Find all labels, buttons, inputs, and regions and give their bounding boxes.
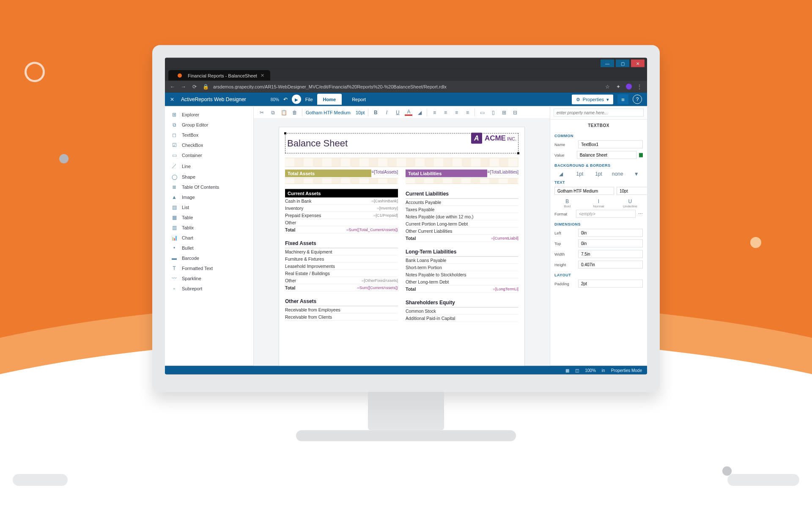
file-menu[interactable]: File xyxy=(305,97,313,102)
toolbox-item[interactable]: ▫Subreport xyxy=(165,284,253,294)
tab-home[interactable]: Home xyxy=(317,94,342,105)
border-option[interactable]: ◢ xyxy=(554,171,568,177)
underline-button[interactable]: U xyxy=(394,109,401,115)
nav-back-icon[interactable]: ← xyxy=(169,84,176,90)
report-row[interactable]: Notes Payable to Stockholders xyxy=(406,271,518,278)
report-row[interactable]: Cash in Bank=[CashInBank] xyxy=(285,198,398,205)
undo-button[interactable]: ↶ xyxy=(283,96,288,102)
prop-fontsize[interactable] xyxy=(617,187,647,195)
status-grid-icon[interactable]: ▦ xyxy=(565,368,569,372)
report-row[interactable]: Receivable from Employees xyxy=(285,306,398,314)
align-center-button[interactable]: ≡ xyxy=(442,109,449,115)
toolbox-item[interactable]: ／Line xyxy=(165,160,253,172)
arrange-button[interactable]: ⊞ xyxy=(500,109,508,115)
star-icon[interactable]: ☆ xyxy=(604,84,611,90)
expand-icon[interactable]: ⋯ xyxy=(638,211,643,217)
report-row[interactable]: Current Portion Long-term Debt xyxy=(406,220,518,228)
report-row[interactable]: Bank Loans Payable xyxy=(406,257,518,264)
url-field[interactable]: arsdemos.grapecity.com/AR15-WebDesigner_… xyxy=(213,84,600,89)
toolbox-item[interactable]: ⧉Group Editor xyxy=(165,120,253,130)
prop-dim-input[interactable] xyxy=(578,240,643,248)
toolbox-item[interactable]: 〰Sparkline xyxy=(165,273,253,284)
prop-format-input[interactable] xyxy=(576,210,636,218)
toolbox-item[interactable]: ▬Barcode xyxy=(165,253,253,263)
nav-reload-icon[interactable]: ⟳ xyxy=(191,84,198,90)
toolbox-item[interactable]: 📊Chart xyxy=(165,233,253,243)
prop-dim-input[interactable] xyxy=(578,229,643,237)
cut-icon[interactable]: ✂ xyxy=(258,109,266,115)
border-option[interactable]: 1pt xyxy=(592,171,605,177)
report-row[interactable]: Inventory=[Inventory] xyxy=(285,205,398,212)
browser-tab[interactable]: Financial Reports - BalanceSheet ✕ xyxy=(168,70,270,81)
design-canvas[interactable]: A ACME INC. Balance Sheet xyxy=(254,119,550,366)
prop-dim-input[interactable] xyxy=(578,261,643,269)
report-row[interactable]: Short-term Portion xyxy=(406,264,518,271)
copy-icon[interactable]: ⧉ xyxy=(269,109,277,115)
report-row[interactable]: Leasehold Improvements xyxy=(285,263,398,270)
align-right-button[interactable]: ≡ xyxy=(453,109,460,115)
report-row[interactable]: Machinery & Equipment xyxy=(285,248,398,256)
arrange-button[interactable]: ▯ xyxy=(489,109,497,115)
tab-close-icon[interactable]: ✕ xyxy=(261,73,264,78)
status-zoom[interactable]: 100% xyxy=(585,368,596,372)
extensions-icon[interactable]: ✦ xyxy=(615,84,622,90)
toolbox-item[interactable]: ⊞Explorer xyxy=(165,110,253,120)
toolbox-item[interactable]: ▲Image xyxy=(165,192,253,202)
window-maximize[interactable]: ▢ xyxy=(616,60,629,67)
toolbox-item[interactable]: TFormatted Text xyxy=(165,263,253,273)
tab-report[interactable]: Report xyxy=(346,94,372,105)
font-color-button[interactable]: A xyxy=(405,109,412,116)
preview-button[interactable]: ▶ xyxy=(292,95,301,104)
toolbox-item[interactable]: ▤List xyxy=(165,202,253,212)
italic-button[interactable]: I xyxy=(383,109,390,115)
help-button[interactable]: ? xyxy=(633,95,642,104)
toolbox-item[interactable]: ▭Container xyxy=(165,150,253,160)
close-designer-button[interactable]: ✕ xyxy=(165,96,179,102)
selected-textbox[interactable]: A ACME INC. Balance Sheet xyxy=(285,133,518,154)
data-panel-button[interactable]: ≡ xyxy=(617,94,628,105)
menu-icon[interactable]: ⋮ xyxy=(636,84,643,90)
border-option[interactable]: none xyxy=(611,171,624,177)
prop-name-input[interactable] xyxy=(578,141,643,149)
profile-avatar[interactable] xyxy=(626,84,632,90)
report-row[interactable]: Other=[OtherFixedAssets] xyxy=(285,277,398,284)
report-row[interactable]: Accounts Payable xyxy=(406,199,518,206)
color-swatch[interactable] xyxy=(639,153,643,157)
report-row[interactable]: Other xyxy=(285,219,398,226)
report-row[interactable]: Taxes Payable xyxy=(406,206,518,213)
font-select[interactable]: Gotham HTF Medium xyxy=(306,110,352,115)
report-row[interactable]: Other Long-term Debt xyxy=(406,278,518,286)
report-row[interactable]: Additional Paid-in Capital xyxy=(406,315,518,322)
text-style-button[interactable]: BBold xyxy=(554,198,580,208)
report-row[interactable]: Real Estate / Buildings xyxy=(285,270,398,277)
prop-padding-input[interactable] xyxy=(578,280,643,288)
report-row[interactable]: Notes Payable (due within 12 mo.) xyxy=(406,213,518,220)
window-close[interactable]: ✕ xyxy=(631,60,645,67)
toolbox-item[interactable]: •Bullet xyxy=(165,243,253,253)
prop-dim-input[interactable] xyxy=(578,250,643,258)
window-minimize[interactable]: — xyxy=(601,60,614,67)
align-left-button[interactable]: ≡ xyxy=(431,109,438,115)
font-size-select[interactable]: 10pt xyxy=(356,110,365,115)
arrange-button[interactable]: ▭ xyxy=(478,109,486,115)
report-row[interactable]: Other Current Liabilities xyxy=(406,228,518,235)
text-style-button[interactable]: UUnderline xyxy=(617,198,643,208)
status-snap-icon[interactable]: ◫ xyxy=(575,368,579,372)
status-unit[interactable]: in xyxy=(602,368,605,372)
toolbox-item[interactable]: ≣Table Of Contents xyxy=(165,182,253,192)
border-option[interactable]: 1pt xyxy=(573,171,587,177)
delete-icon[interactable]: 🗑 xyxy=(291,109,299,115)
report-row[interactable]: Common Stock xyxy=(406,308,518,315)
toolbox-item[interactable]: ▥Tablix xyxy=(165,223,253,233)
paste-icon[interactable]: 📋 xyxy=(280,109,288,115)
text-style-button[interactable]: INormal xyxy=(586,198,611,208)
nav-forward-icon[interactable]: → xyxy=(180,84,187,90)
report-row[interactable]: Prepaid Expenses=[C1/Prepaid] xyxy=(285,212,398,219)
zoom-level[interactable]: 80% xyxy=(271,97,279,102)
bold-button[interactable]: B xyxy=(372,109,379,115)
fill-color-button[interactable]: ◢ xyxy=(416,109,423,115)
border-option[interactable]: ▼ xyxy=(630,171,643,177)
toolbox-item[interactable]: ◯Shape xyxy=(165,172,253,182)
report-row[interactable]: Receivable from Clients xyxy=(285,314,398,321)
toolbox-item[interactable]: ☑CheckBox xyxy=(165,140,253,150)
